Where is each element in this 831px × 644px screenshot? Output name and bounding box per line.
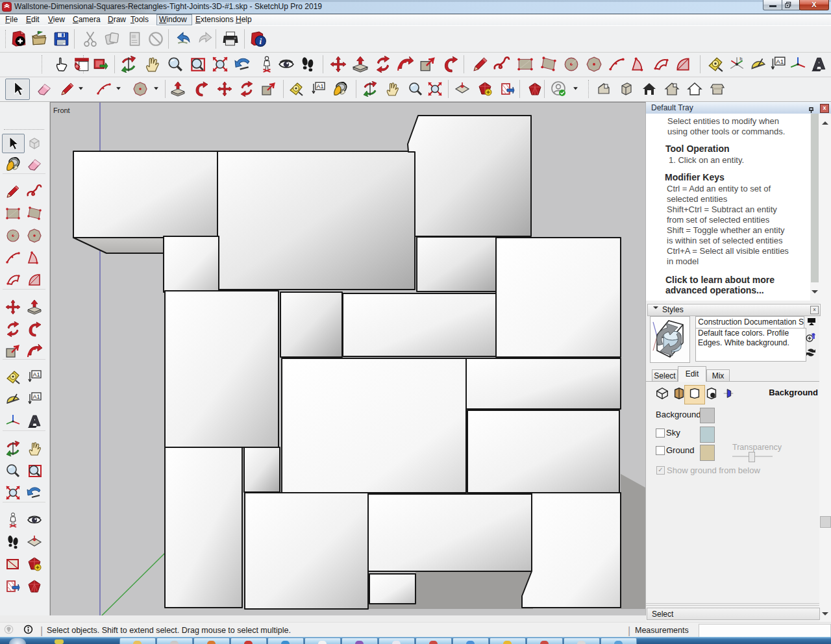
svg-text:A1: A1 — [32, 371, 40, 378]
svg-text:A1: A1 — [316, 83, 323, 90]
svg-text:b: b — [739, 56, 742, 62]
svg-text:i: i — [259, 36, 262, 46]
svg-text:A1: A1 — [32, 393, 40, 400]
svg-text:A1: A1 — [776, 58, 784, 65]
